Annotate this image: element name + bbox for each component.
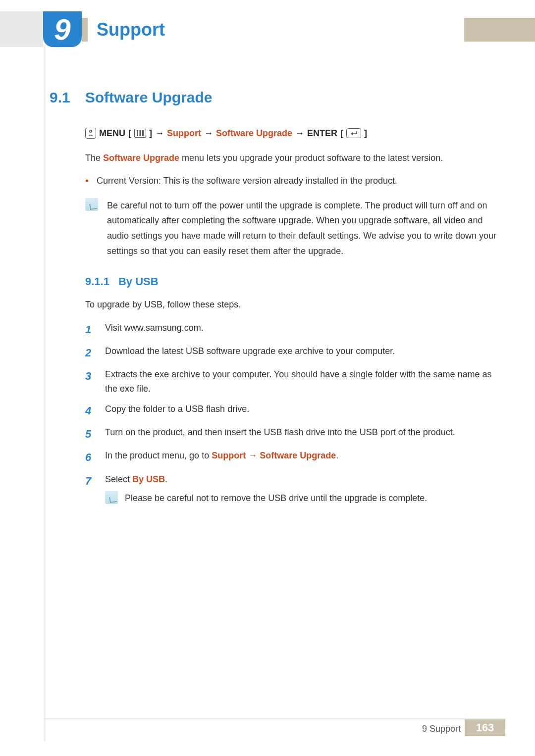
page: 9 Support 9.1 Software Upgrade MENU [ xyxy=(0,0,535,756)
svg-rect-3 xyxy=(142,130,144,136)
content: 9.1 Software Upgrade MENU [ ] → Support … xyxy=(50,89,505,511)
chapter-title: Support xyxy=(97,19,165,40)
step-number: 3 xyxy=(85,367,95,396)
intro-prefix: The xyxy=(85,153,103,163)
bracket-open-2: [ xyxy=(340,128,343,139)
arrow-3: → xyxy=(295,128,304,139)
footer-label: 9 Support xyxy=(422,724,461,734)
menu-path: MENU [ ] → Support → Software Upgrade → … xyxy=(85,128,505,139)
left-rail xyxy=(44,45,46,741)
step7-note: Please be careful not to remove the USB … xyxy=(105,491,427,505)
step7-byusb: By USB xyxy=(132,474,165,484)
step6-prefix: In the product menu, go to xyxy=(105,451,212,460)
chapter-number-badge: 9 xyxy=(43,11,82,47)
svg-rect-2 xyxy=(140,130,141,136)
bullet-text: Current Version: This is the software ve… xyxy=(97,174,397,188)
bullet-current-version: • Current Version: This is the software … xyxy=(85,174,505,188)
section-body: MENU [ ] → Support → Software Upgrade → … xyxy=(85,128,505,505)
step-text: Turn on the product, and then insert the… xyxy=(105,425,455,443)
chapter-header: 9 Support xyxy=(0,14,535,45)
subsection-number: 9.1.1 xyxy=(85,275,109,288)
remote-osd-icon xyxy=(85,128,96,139)
step-number: 4 xyxy=(85,402,95,419)
section-number: 9.1 xyxy=(50,89,70,106)
step-text: In the product menu, go to Support → Sof… xyxy=(105,449,338,466)
step-number: 7 xyxy=(85,472,95,506)
subsection-heading: 9.1.1 By USB xyxy=(85,275,505,288)
usb-intro: To upgrade by USB, follow these steps. xyxy=(85,298,505,312)
step-text: Visit www.samsung.com. xyxy=(105,321,204,338)
step6-suffix: . xyxy=(336,451,338,460)
note-text: Be careful not to turn off the power unt… xyxy=(107,198,505,258)
step-5: 5 Turn on the product, and then insert t… xyxy=(85,425,505,443)
header-strip: Support xyxy=(82,18,535,42)
svg-point-0 xyxy=(90,130,92,132)
note-caution: Be careful not to turn off the power unt… xyxy=(85,198,505,258)
note-icon xyxy=(85,198,98,211)
step-4: 4 Copy the folder to a USB flash drive. xyxy=(85,402,505,419)
chapter-title-box: Support xyxy=(88,14,464,46)
step-number: 1 xyxy=(85,321,95,338)
bullet-dot-icon: • xyxy=(85,174,89,188)
svg-rect-1 xyxy=(137,130,138,136)
page-footer: 9 Support 163 xyxy=(44,718,535,736)
bracket-close-2: ] xyxy=(364,128,367,139)
step-6: 6 In the product menu, go to Support → S… xyxy=(85,449,505,466)
path-software-upgrade: Software Upgrade xyxy=(216,128,292,139)
bracket-close: ] xyxy=(149,128,152,139)
bullet-body: : This is the software version already i… xyxy=(159,176,397,186)
step-number: 6 xyxy=(85,449,95,466)
menu-label: MENU xyxy=(99,128,125,139)
step6-arrow: → xyxy=(246,451,260,460)
chapter-number: 9 xyxy=(54,12,70,47)
intro-suffix: menu lets you upgrade your product softw… xyxy=(179,153,443,163)
subsection-title: By USB xyxy=(118,275,159,288)
step-text: Download the latest USB software upgrade… xyxy=(105,344,395,361)
step6-software-upgrade: Software Upgrade xyxy=(260,451,336,460)
section-heading: 9.1 Software Upgrade xyxy=(50,89,505,106)
step-number: 5 xyxy=(85,425,95,443)
step-text: Select By USB. Please be careful not to … xyxy=(105,472,427,506)
bullet-label: Current Version xyxy=(97,176,159,186)
step7-prefix: Select xyxy=(105,474,132,484)
step-3: 3 Extracts the exe archive to your compu… xyxy=(85,367,505,396)
note-icon xyxy=(105,491,118,504)
step-2: 2 Download the latest USB software upgra… xyxy=(85,344,505,361)
step-text: Copy the folder to a USB flash drive. xyxy=(105,402,249,419)
enter-label: ENTER xyxy=(307,128,337,139)
intro-paragraph: The Software Upgrade menu lets you upgra… xyxy=(85,151,505,165)
enter-key-icon xyxy=(346,128,361,138)
step7-suffix: . xyxy=(165,474,167,484)
page-number: 163 xyxy=(476,721,494,734)
step6-support: Support xyxy=(212,451,246,460)
step-text: Extracts the exe archive to your compute… xyxy=(105,367,505,396)
section-title: Software Upgrade xyxy=(85,89,213,106)
intro-highlight: Software Upgrade xyxy=(103,153,179,163)
step-7: 7 Select By USB. Please be careful not t… xyxy=(85,472,505,506)
header-left-block xyxy=(0,11,43,47)
footer-divider xyxy=(44,718,505,719)
arrow-2: → xyxy=(204,128,213,139)
bracket-open: [ xyxy=(128,128,131,139)
step-number: 2 xyxy=(85,344,95,361)
step-1: 1 Visit www.samsung.com. xyxy=(85,321,505,338)
path-support: Support xyxy=(167,128,201,139)
menu-grid-icon xyxy=(134,129,146,138)
page-number-badge: 163 xyxy=(465,719,505,736)
arrow-1: → xyxy=(155,128,164,139)
step7-note-text: Please be careful not to remove the USB … xyxy=(125,491,427,505)
